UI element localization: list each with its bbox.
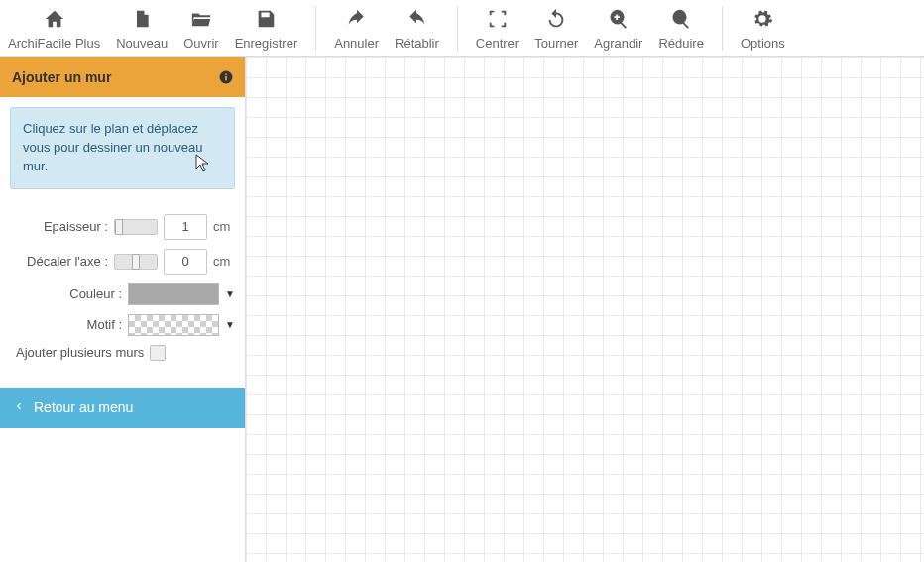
epaisseur-unit: cm [213,219,235,234]
zoom-out-icon [670,6,692,32]
undo-icon [346,6,368,32]
epaisseur-input[interactable] [164,214,207,240]
agrandir-button[interactable]: Agrandir [586,4,650,51]
hint-alert: Cliquez sur le plan et déplacez vous pou… [10,107,235,189]
drawing-canvas[interactable] [246,57,924,562]
toolbar-separator [457,6,458,51]
gear-icon [751,6,773,32]
return-label: Retour au menu [34,399,133,415]
motif-label: Motif : [10,317,122,332]
save-icon [255,6,277,32]
archifacile-plus-button[interactable]: ArchiFacile Plus [0,4,108,51]
ouvrir-button[interactable]: Ouvrir [175,4,226,51]
enregistrer-button[interactable]: Enregistrer [227,4,306,51]
zoom-in-icon [608,6,630,32]
panel-header: Ajouter un mur [0,57,245,97]
decaler-label: Décaler l'axe : [10,254,108,269]
centrer-button[interactable]: Centrer [468,4,526,51]
info-icon[interactable] [219,70,233,84]
panel-title: Ajouter un mur [12,69,111,85]
annuler-button[interactable]: Annuler [326,4,387,51]
tourner-button[interactable]: Tourner [526,4,586,51]
ouvrir-label: Ouvrir [183,36,218,51]
motif-swatch[interactable] [128,314,219,336]
reduire-button[interactable]: Réduire [650,4,712,51]
retablir-button[interactable]: Rétablir [387,4,447,51]
toolbar-separator [315,6,316,51]
couleur-swatch[interactable] [128,283,219,305]
centrer-label: Centrer [476,36,519,51]
home-icon [44,6,65,32]
multi-checkbox[interactable] [150,345,166,361]
toolbar: ArchiFacile Plus Nouveau Ouvrir Enregist… [0,0,924,57]
toolbar-separator [722,6,723,51]
annuler-label: Annuler [334,36,379,51]
retablir-label: Rétablir [395,36,439,51]
new-file-icon [132,6,152,32]
motif-dropdown-caret[interactable]: ▼ [225,319,235,330]
epaisseur-label: Epaisseur : [10,219,108,234]
svg-point-1 [225,73,227,75]
options-label: Options [741,36,785,51]
svg-rect-2 [225,76,227,81]
center-icon [487,6,509,32]
return-button[interactable]: Retour au menu [0,388,245,428]
open-folder-icon [189,6,213,32]
decaler-unit: cm [213,254,235,269]
agrandir-label: Agrandir [594,36,642,51]
archifacile-plus-label: ArchiFacile Plus [8,36,100,51]
couleur-dropdown-caret[interactable]: ▼ [225,288,235,299]
nouveau-label: Nouveau [116,36,168,51]
nouveau-button[interactable]: Nouveau [108,4,175,51]
canvas-grid [246,57,924,562]
wall-form: Epaisseur : cm Décaler l'axe : cm Couleu… [0,199,245,374]
enregistrer-label: Enregistrer [235,36,298,51]
decaler-input[interactable] [164,249,207,275]
options-button[interactable]: Options [733,4,793,51]
redo-icon [405,6,427,32]
sidebar: Ajouter un mur Cliquez sur le plan et dé… [0,57,246,562]
multi-label: Ajouter plusieurs murs [16,345,144,360]
rotate-icon [545,6,567,32]
tourner-label: Tourner [534,36,578,51]
epaisseur-slider[interactable] [114,219,158,235]
couleur-label: Couleur : [10,286,122,301]
reduire-label: Réduire [658,36,704,51]
chevron-left-icon [14,399,24,416]
decaler-slider[interactable] [114,254,158,270]
